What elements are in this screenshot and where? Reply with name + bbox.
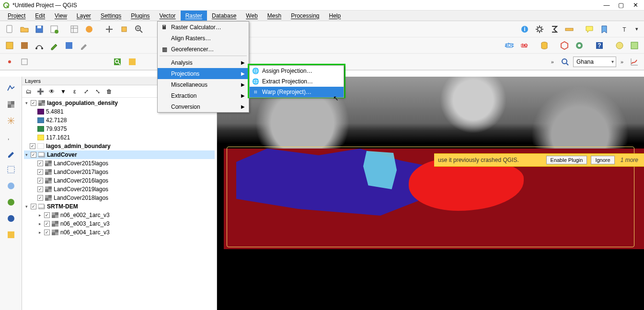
add-raster-button[interactable] <box>18 39 31 52</box>
remove-layer-icon[interactable]: 🗑 <box>104 87 114 96</box>
xyz-icon[interactable] <box>4 228 18 241</box>
new-print-layout-button[interactable] <box>47 23 61 36</box>
tree-row[interactable]: 42.7128 <box>24 116 215 125</box>
tree-row[interactable]: LandCover2019lagos <box>24 185 215 194</box>
checkbox[interactable] <box>37 195 43 201</box>
expand-all-icon[interactable]: ⤢ <box>81 87 91 96</box>
quick-osm-button[interactable] <box>126 55 139 69</box>
assign-projection-item[interactable]: 🌐Assign Projection… <box>250 66 344 76</box>
add-group-icon[interactable]: ➕ <box>35 87 45 96</box>
chart-tool-button[interactable] <box>628 55 641 69</box>
style-preset-icon[interactable]: 🗂 <box>24 87 34 96</box>
checkbox[interactable] <box>37 161 43 166</box>
menu-edit[interactable]: Edit <box>30 11 50 21</box>
measure-button[interactable] <box>563 23 576 36</box>
tree-row[interactable]: 117.1621 <box>24 133 215 142</box>
menu-processing[interactable]: Processing <box>286 11 324 21</box>
delimited-text-icon[interactable]: , <box>4 130 18 144</box>
gear-icon[interactable] <box>533 23 546 36</box>
label-red-button[interactable]: abc <box>518 39 531 52</box>
add-vector-button[interactable] <box>3 39 16 52</box>
hexagon-icon[interactable] <box>558 39 571 52</box>
checkbox[interactable] <box>30 143 35 149</box>
expand-toggle[interactable]: ▾ <box>24 101 29 105</box>
pencil-icon[interactable] <box>4 147 18 160</box>
filter-legend-icon[interactable]: ▼ <box>58 87 68 96</box>
tree-row[interactable]: LandCover2015lagos <box>24 159 215 168</box>
identify-button[interactable]: i <box>518 23 531 36</box>
text-annotation-button[interactable]: T <box>618 23 631 36</box>
vector-layer-icon[interactable] <box>4 81 18 95</box>
align-rasters-item[interactable]: Align Rasters… <box>158 33 249 44</box>
checkbox[interactable] <box>37 186 43 192</box>
checkbox[interactable] <box>31 204 36 209</box>
save-edits-button[interactable] <box>62 39 76 52</box>
menu-mesh[interactable]: Mesh <box>263 11 286 21</box>
layout-manager-button[interactable] <box>68 23 81 36</box>
mesh-layer-icon[interactable] <box>4 114 18 127</box>
menu-view[interactable]: View <box>50 11 72 21</box>
menu-help[interactable]: Help <box>324 11 346 21</box>
sigma-icon[interactable] <box>548 23 561 36</box>
checkbox[interactable] <box>44 212 50 218</box>
new-bookmark-button[interactable] <box>598 23 611 36</box>
map-tips-button[interactable] <box>583 23 596 36</box>
help-icon[interactable]: ? <box>593 39 606 52</box>
menu-web[interactable]: Web <box>241 11 262 21</box>
tree-row[interactable]: ▸n06_e002_1arc_v3 <box>24 211 215 219</box>
expand-toggle[interactable]: ▾ <box>24 204 29 209</box>
map-canvas[interactable]: use it previously crashed QGIS. Enable P… <box>217 77 644 310</box>
visibility-icon[interactable]: 👁 <box>47 87 57 96</box>
checkbox[interactable] <box>37 169 43 175</box>
tree-row[interactable]: ▾LandCover <box>24 150 215 159</box>
toggle-editing-button[interactable] <box>47 39 61 52</box>
menu-raster[interactable]: Raster <box>181 11 207 21</box>
toolbar3-overflow-right-icon[interactable]: » <box>618 59 626 65</box>
tree-row[interactable]: ▸n06_e003_1arc_v3 <box>24 219 215 228</box>
extract-projection-item[interactable]: 🌐Extract Projection… <box>250 76 344 87</box>
edit-tool-button[interactable] <box>77 39 91 52</box>
checkbox[interactable] <box>44 221 50 227</box>
menu-plugins[interactable]: Plugins <box>126 11 154 21</box>
raster-calculator-item[interactable]: 🖩Raster Calculator… <box>158 22 249 33</box>
projections-item[interactable]: Projections▶ <box>158 68 249 79</box>
checkbox[interactable] <box>31 152 36 158</box>
ignore-button[interactable]: Ignore <box>591 156 614 164</box>
location-search-combo[interactable]: Ghana <box>573 57 616 67</box>
raster-layer-icon[interactable] <box>4 98 18 111</box>
tree-row[interactable]: LandCover2017lagos <box>24 168 215 176</box>
expand-toggle[interactable]: ▸ <box>37 213 42 218</box>
toolbar3-overflow-left-icon[interactable]: » <box>548 59 557 65</box>
menu-vector[interactable]: Vector <box>155 11 181 21</box>
menu-layer[interactable]: Layer <box>72 11 96 21</box>
new-shapefile-button[interactable] <box>33 39 46 52</box>
close-button[interactable]: ✕ <box>632 2 638 8</box>
menu-project[interactable]: Project <box>3 11 30 21</box>
plugin-tool-a-button[interactable] <box>613 39 626 52</box>
extraction-item[interactable]: Extraction▶ <box>158 90 249 101</box>
expand-toggle[interactable]: ▸ <box>37 221 42 226</box>
osm-icon[interactable] <box>573 39 586 52</box>
tree-row[interactable]: LandCover2018lagos <box>24 194 215 202</box>
layer-tree[interactable]: ▾lagos_population_density5.488142.712879… <box>22 98 217 310</box>
new-project-button[interactable] <box>3 23 16 36</box>
miscellaneous-item[interactable]: Miscellaneous▶ <box>158 79 249 90</box>
conversion-item[interactable]: Conversion▶ <box>158 101 249 112</box>
virtual-layer-icon[interactable] <box>4 163 18 176</box>
wms-icon[interactable] <box>4 179 18 193</box>
snap-tool-button[interactable] <box>3 55 16 69</box>
wfs-icon[interactable] <box>4 195 18 209</box>
expand-toggle[interactable]: ▾ <box>24 152 29 157</box>
zoom-in-button[interactable] <box>132 23 146 36</box>
save-project-button[interactable] <box>33 23 46 36</box>
minimize-button[interactable]: — <box>604 2 610 8</box>
quick-search-button[interactable] <box>111 55 124 69</box>
warp-reproject-item[interactable]: ⌗Warp (Reproject)… <box>250 87 344 97</box>
style-manager-button[interactable] <box>82 23 96 36</box>
maximize-button[interactable]: ▢ <box>618 2 624 8</box>
checkbox[interactable] <box>31 100 36 106</box>
menu-database[interactable]: Database <box>207 11 241 21</box>
menu-settings[interactable]: Settings <box>96 11 126 21</box>
open-project-button[interactable] <box>18 23 31 36</box>
pan-selection-button[interactable] <box>117 23 131 36</box>
